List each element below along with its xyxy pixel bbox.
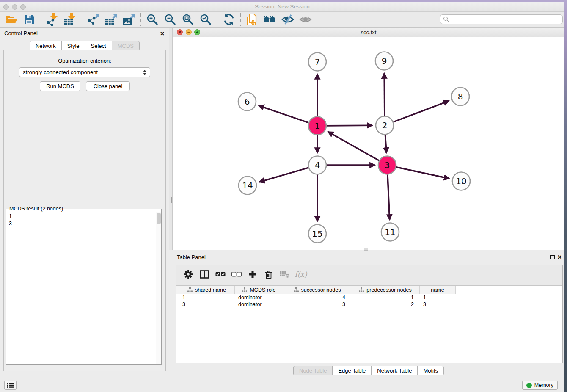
save-session-button[interactable] (20, 13, 38, 26)
edge-2-3[interactable] (385, 135, 386, 153)
edge-3-10[interactable] (396, 167, 449, 179)
select-stepper-icon (143, 70, 146, 75)
cell-successor-nodes[interactable]: 3 (284, 301, 351, 308)
hide-selected-button[interactable] (279, 13, 297, 26)
deselect-all-button[interactable] (228, 267, 245, 282)
node-label-6: 6 (245, 97, 250, 107)
node-3[interactable]: 3 (378, 156, 396, 174)
column-header-name[interactable]: name (420, 286, 456, 294)
export-network-button[interactable] (85, 13, 102, 26)
cell-mcds-role[interactable]: dominator (235, 294, 284, 301)
edge-2-9[interactable] (384, 73, 385, 116)
show-column-panel-button[interactable] (196, 267, 212, 282)
open-session-button[interactable] (3, 13, 20, 26)
result-scrollbar-thumb[interactable] (157, 213, 161, 224)
run-mcds-button[interactable]: Run MCDS (40, 81, 80, 91)
node-label-2: 2 (382, 120, 388, 130)
edge-1-6[interactable] (259, 105, 308, 122)
table-panel-title: Table Panel (177, 254, 206, 260)
clone-network-button[interactable] (243, 13, 261, 26)
main-toolbar (0, 12, 564, 28)
function-builder-button[interactable]: f(x) (293, 267, 309, 282)
zoom-selected-button[interactable] (197, 13, 215, 26)
cell-name[interactable]: 1 (420, 294, 456, 301)
table-options-button[interactable] (180, 267, 196, 282)
result-scrollbar[interactable] (156, 212, 161, 364)
optimization-criterion-label: Optimization criterion: (4, 58, 165, 64)
zoom-out-button[interactable] (161, 13, 179, 26)
close-panel-button[interactable]: Close panel (86, 81, 130, 91)
search-input[interactable] (449, 16, 560, 22)
zoom-in-icon (146, 14, 158, 25)
table-row-1[interactable]: 1dominator411 (176, 294, 562, 301)
show-selected-button[interactable] (297, 13, 314, 26)
memory-status-icon (526, 383, 532, 388)
node-6[interactable]: 6 (238, 93, 256, 111)
clone-network-icon (246, 13, 258, 26)
cell-shared-name[interactable]: 1 (179, 294, 235, 301)
column-header-shared-name[interactable]: shared name (179, 286, 235, 294)
panel-splitter[interactable] (169, 28, 173, 250)
edge-3-11[interactable] (388, 174, 390, 220)
main-titlebar: Session: New Session (0, 2, 564, 12)
delete-row-button[interactable] (261, 267, 277, 282)
cell-shared-name[interactable]: 3 (179, 301, 235, 308)
table-row-2[interactable]: 3dominator323 (176, 301, 562, 308)
edge-3-1[interactable] (328, 132, 379, 160)
column-header-successor-nodes[interactable]: successor nodes (284, 286, 351, 294)
export-image-button[interactable] (120, 13, 138, 26)
node-8[interactable]: 8 (451, 88, 469, 106)
show-all-networks-button[interactable] (261, 13, 279, 26)
tab-edge-table[interactable]: Edge Table (332, 366, 372, 375)
node-7[interactable]: 7 (308, 53, 326, 71)
edge-2-8[interactable] (394, 101, 449, 122)
zoom-fit-button[interactable] (179, 13, 197, 26)
import-network-button[interactable] (44, 13, 61, 26)
horizontal-splitter-grip[interactable] (364, 248, 368, 251)
zoom-out-icon (164, 14, 176, 25)
node-2[interactable]: 2 (376, 116, 394, 135)
node-4[interactable]: 4 (308, 156, 326, 174)
tab-network-table[interactable]: Network Table (371, 366, 418, 375)
node-14[interactable]: 14 (239, 177, 256, 195)
table-panel-float-button[interactable] (550, 255, 555, 259)
zoom-in-button[interactable] (143, 13, 161, 26)
cell-mcds-role[interactable]: dominator (235, 301, 284, 308)
edge-1-2[interactable] (327, 125, 372, 126)
node-label-9: 9 (382, 56, 387, 66)
refresh-layout-button[interactable] (220, 13, 238, 26)
node-label-11: 11 (385, 227, 395, 237)
column-header-mcds-role[interactable]: MCDS role (235, 286, 284, 294)
select-all-button[interactable] (212, 267, 228, 282)
tab-node-table[interactable]: Node Table (293, 366, 333, 375)
network-canvas[interactable]: 7968124314101511 (173, 37, 564, 250)
control-panel-close-button[interactable]: ✕ (160, 31, 165, 36)
cell-name[interactable]: 3 (420, 301, 456, 308)
application-window: Session: New Session (0, 0, 567, 392)
node-10[interactable]: 10 (452, 172, 470, 190)
mcds-result-list[interactable]: 1 3 (6, 212, 156, 364)
export-image-icon (122, 13, 136, 26)
cell-successor-nodes[interactable]: 4 (284, 294, 351, 301)
node-1[interactable]: 1 (308, 117, 326, 135)
cell-predecessor-nodes[interactable]: 1 (351, 294, 420, 301)
mcds-result-title: MCDS result (2 nodes) (8, 206, 64, 212)
edge-4-14[interactable] (259, 168, 308, 182)
export-table-button[interactable] (102, 13, 120, 26)
table-header-filler (456, 286, 562, 294)
task-history-button[interactable] (4, 381, 17, 390)
network-window-title: scc.txt (173, 29, 564, 36)
node-11[interactable]: 11 (381, 223, 399, 241)
import-table-button[interactable] (61, 13, 79, 26)
control-panel-float-button[interactable] (153, 32, 157, 36)
column-header-predecessor-nodes[interactable]: predecessor nodes (351, 286, 420, 294)
criterion-select[interactable]: strongly connected component (19, 67, 150, 77)
cell-predecessor-nodes[interactable]: 2 (351, 301, 420, 308)
node-9[interactable]: 9 (375, 52, 393, 70)
tab-motifs[interactable]: Motifs (417, 366, 444, 375)
add-row-button[interactable] (245, 267, 261, 282)
delete-table-button[interactable] (277, 267, 293, 282)
node-15[interactable]: 15 (308, 225, 326, 243)
memory-button[interactable]: Memory (522, 381, 558, 390)
table-panel-close-button[interactable]: ✕ (557, 255, 562, 260)
